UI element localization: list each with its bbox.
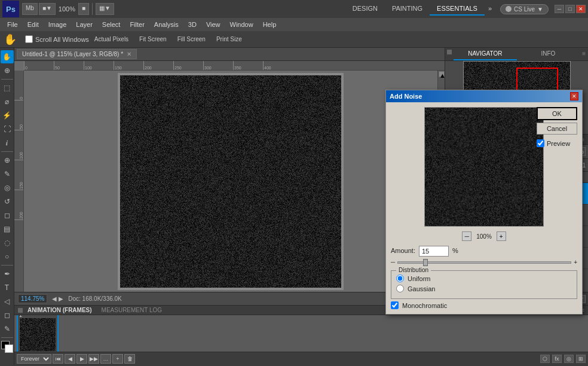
uniform-radio[interactable] <box>396 274 404 282</box>
add-noise-dialog[interactable]: Add Noise ✕ ─ 100% + <box>385 90 583 315</box>
note-tool[interactable]: ✎ <box>1 322 14 336</box>
monochromatic-label[interactable]: Monochromatic <box>391 301 577 309</box>
tab-design[interactable]: DESIGN <box>345 2 385 16</box>
gaussian-label: Gaussian <box>408 285 435 292</box>
first-frame-btn[interactable]: ⏮ <box>53 354 63 364</box>
eraser-tool[interactable]: ◻ <box>1 209 14 222</box>
menu-image[interactable]: Image <box>44 18 72 31</box>
healing-tool[interactable]: ⊕ <box>1 154 14 167</box>
more-workspaces[interactable]: » <box>485 2 495 16</box>
zoom-out-btn[interactable]: ─ <box>462 231 471 241</box>
zoom-tool[interactable]: ⊕ <box>1 64 14 77</box>
brush-tool[interactable]: ✎ <box>1 167 14 181</box>
bottom-icon-2[interactable]: fx <box>552 355 562 363</box>
tab-essentials[interactable]: ESSENTIALS <box>430 2 485 16</box>
new-frame-btn[interactable]: + <box>112 354 123 364</box>
panel-options-btn[interactable]: ≡ <box>580 48 588 60</box>
dialog-preview-area <box>424 107 544 227</box>
dodge-tool[interactable]: ○ <box>1 250 14 263</box>
crop-tool[interactable]: ⛶ <box>1 123 14 136</box>
hand-tool[interactable]: ✋ <box>1 50 14 63</box>
scroll-up-btn[interactable]: ▲ <box>439 71 445 77</box>
menu-edit[interactable]: Edit <box>23 18 44 31</box>
canvas-tab[interactable]: Untitled-1 @ 115% (Layer 3, RGB/8) * ✕ <box>17 49 137 59</box>
pen-tool[interactable]: ✒ <box>1 267 14 280</box>
history-tool[interactable]: ↺ <box>1 195 14 208</box>
menu-analysis[interactable]: Analysis <box>149 18 183 31</box>
panel-collapse-btn[interactable] <box>447 50 452 54</box>
main-document-canvas[interactable] <box>120 75 341 288</box>
scroll-all-input[interactable] <box>25 35 33 43</box>
actual-pixels-btn[interactable]: Actual Pixels <box>90 34 133 44</box>
lasso-tool[interactable]: ⌀ <box>1 95 14 108</box>
menu-window[interactable]: Window <box>225 18 258 31</box>
menu-help[interactable]: Help <box>258 18 281 31</box>
amount-input[interactable] <box>419 246 449 257</box>
fg-bg-colors[interactable] <box>1 341 13 353</box>
bottom-status-icons: ⬡ fx ◎ ⊞ <box>540 355 586 363</box>
tool-separator-1 <box>1 79 13 80</box>
frame-item-1[interactable]: 1 0 sec. <box>17 315 59 352</box>
eyedropper-tool[interactable]: 𝒊 <box>1 136 14 150</box>
ok-btn[interactable]: OK <box>537 107 577 120</box>
menu-layer[interactable]: Layer <box>71 18 97 31</box>
monochromatic-checkbox[interactable] <box>391 301 399 309</box>
close-btn[interactable]: ✕ <box>576 5 586 13</box>
maximize-btn[interactable]: □ <box>565 5 575 13</box>
gaussian-radio[interactable] <box>396 285 404 292</box>
wand-tool[interactable]: ⚡ <box>1 109 14 122</box>
uniform-radio-label[interactable]: Uniform <box>396 274 572 282</box>
cs-live-btn[interactable]: CS Live▼ <box>500 4 549 14</box>
bottom-icon-4[interactable]: ⊞ <box>576 355 586 363</box>
measurement-log-tab[interactable]: MEASUREMENT LOG <box>102 307 163 313</box>
canvas-tab-close[interactable]: ✕ <box>127 51 131 57</box>
menu-view[interactable]: View <box>201 18 225 31</box>
dialog-close-btn[interactable]: ✕ <box>570 92 578 100</box>
fit-screen-btn[interactable]: Fit Screen <box>135 34 171 44</box>
status-arrow[interactable]: ◀ ▶ <box>52 295 63 302</box>
menu-filter[interactable]: Filter <box>125 18 149 31</box>
navigator-tab[interactable]: NAVIGATOR <box>454 48 517 60</box>
type-tool[interactable]: T <box>1 281 14 294</box>
gaussian-radio-label[interactable]: Gaussian <box>396 285 572 292</box>
amount-slider[interactable] <box>397 261 571 264</box>
delete-frame-btn[interactable]: 🗑 <box>124 354 135 364</box>
tool-separator-3 <box>1 265 13 266</box>
animation-frames-tab[interactable]: ANIMATION (FRAMES) <box>27 307 92 313</box>
next-frame-btn[interactable]: ▶▶ <box>88 354 99 364</box>
tab-painting[interactable]: PAINTING <box>385 2 430 16</box>
bottom-icon-3[interactable]: ◎ <box>564 355 574 363</box>
tween-btn[interactable]: … <box>100 354 111 364</box>
menu-select[interactable]: Select <box>97 18 125 31</box>
zoom-in-btn[interactable]: + <box>497 231 506 241</box>
blur-tool[interactable]: ◌ <box>1 236 14 249</box>
view-btn[interactable]: ■ <box>78 3 89 15</box>
canvas-scroll-area[interactable] <box>24 71 437 292</box>
bottom-icon-1[interactable]: ⬡ <box>540 355 550 363</box>
arrange-btn[interactable]: ▦▼ <box>96 3 114 15</box>
marquee-tool[interactable]: ⬚ <box>1 81 14 94</box>
anim-collapse-btn[interactable] <box>18 308 23 313</box>
gradient-tool[interactable]: ▤ <box>1 222 14 236</box>
canvas-size-btn[interactable]: ■▼ <box>39 3 56 15</box>
scroll-all-checkbox[interactable]: Scroll All Windows <box>25 35 89 43</box>
play-btn[interactable]: ▶ <box>76 354 87 364</box>
distribution-section: Distribution Uniform Gaussian <box>391 270 577 299</box>
fill-screen-btn[interactable]: Fill Screen <box>173 34 210 44</box>
path-tool[interactable]: ◁ <box>1 295 14 308</box>
bg-color[interactable] <box>5 344 13 353</box>
mb-btn[interactable]: Mb <box>22 3 38 15</box>
preview-checkbox[interactable] <box>537 139 544 147</box>
loop-select[interactable]: Forever <box>17 354 51 364</box>
minimize-btn[interactable]: ─ <box>555 5 564 13</box>
menu-file[interactable]: File <box>2 18 23 31</box>
menu-3d[interactable]: 3D <box>183 18 201 31</box>
prev-frame-btn[interactable]: ◀ <box>65 354 75 364</box>
shape-tool[interactable]: ◻ <box>1 309 14 322</box>
clone-tool[interactable]: ◎ <box>1 181 14 194</box>
preview-check-label[interactable]: Preview <box>537 139 577 147</box>
cancel-btn[interactable]: Cancel <box>537 123 577 135</box>
info-tab[interactable]: INFO <box>517 48 580 60</box>
print-size-btn[interactable]: Print Size <box>212 34 246 44</box>
left-toolbar: ✋ ⊕ ⬚ ⌀ ⚡ ⛶ 𝒊 ⊕ ✎ ◎ ↺ ◻ ▤ ◌ ○ ✒ T ◁ ◻ ✎ <box>0 48 14 365</box>
